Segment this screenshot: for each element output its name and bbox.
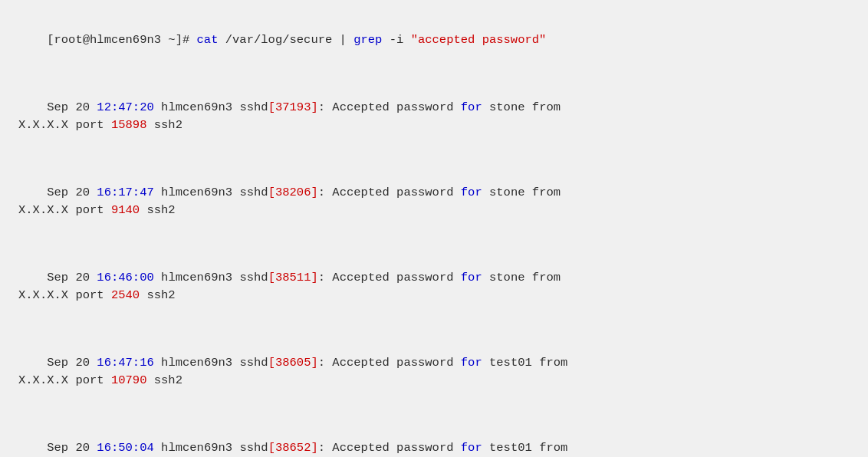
- log-entry-5: Sep 20 16:50:04 hlmcen69n3 sshd[38652]: …: [18, 422, 850, 457]
- log-user-4: test01: [482, 356, 539, 370]
- log-user-1: stone: [482, 100, 532, 114]
- log-day-3: 20: [75, 271, 90, 284]
- log-message-5: : Accepted password: [318, 441, 461, 455]
- log-day-1: 20: [75, 100, 90, 114]
- log-space-14: [90, 356, 97, 370]
- cmd-pipe: |: [332, 33, 353, 47]
- log-day-4: 20: [75, 356, 90, 370]
- log-service-3: sshd: [239, 271, 268, 284]
- log-ip-1: X.X.X.X: [18, 118, 68, 132]
- log-port-label-4: port: [68, 373, 111, 387]
- log-month-4: Sep: [47, 356, 68, 370]
- cmd-grep: grep: [353, 33, 382, 47]
- log-host-4: hlmcen69n3: [161, 356, 232, 370]
- log-message-4: : Accepted password: [318, 356, 461, 370]
- log-time-3: 16:46:00: [97, 271, 153, 284]
- log-from-3: from: [532, 271, 561, 284]
- log-ip-4: X.X.X.X: [18, 373, 68, 387]
- log-proto-2: ssh2: [140, 203, 176, 217]
- log-host-5: hlmcen69n3: [161, 441, 232, 455]
- log-month-3: Sep: [47, 271, 68, 284]
- log-day-5: 20: [75, 441, 90, 455]
- log-port-1: 15898: [111, 118, 147, 132]
- log-for-5: for: [461, 441, 482, 455]
- log-month-1: Sep: [47, 100, 68, 114]
- log-space-11: [154, 271, 161, 284]
- cmd-cat: cat: [197, 33, 219, 47]
- cmd-string: "accepted password": [411, 33, 547, 47]
- cmd-flag: -i: [382, 33, 410, 47]
- log-space-2: [90, 100, 97, 114]
- log-message-3: : Accepted password: [318, 271, 461, 284]
- log-ip-3: X.X.X.X: [18, 288, 68, 302]
- log-space-19: [154, 441, 161, 455]
- log-ip-2: X.X.X.X: [18, 203, 68, 217]
- log-message-1: : Accepted password: [318, 100, 461, 114]
- log-port-label-2: port: [68, 203, 111, 217]
- log-pid-1: [37193]: [268, 100, 318, 114]
- log-pid-5: [38652]: [268, 441, 318, 455]
- log-user-3: stone: [482, 271, 532, 284]
- log-time-5: 16:50:04: [97, 441, 153, 455]
- log-from-2: from: [532, 186, 561, 199]
- log-port-label-3: port: [68, 288, 111, 302]
- log-for-1: for: [461, 100, 482, 114]
- log-proto-4: ssh2: [146, 373, 182, 387]
- log-for-3: for: [461, 271, 482, 284]
- log-service-5: sshd: [239, 441, 268, 455]
- log-from-4: from: [539, 356, 567, 370]
- log-space-7: [154, 186, 161, 199]
- log-port-2: 9140: [111, 203, 140, 217]
- log-port-4: 10790: [111, 373, 147, 387]
- log-message-2: : Accepted password: [318, 186, 461, 199]
- log-time-1: 12:47:20: [97, 100, 153, 114]
- log-service-2: sshd: [239, 186, 268, 199]
- log-pid-3: [38511]: [268, 271, 318, 284]
- log-proto-1: ssh2: [146, 118, 182, 132]
- log-space-3: [154, 100, 161, 114]
- log-proto-3: ssh2: [140, 288, 176, 302]
- log-entry-1: Sep 20 12:47:20 hlmcen69n3 sshd[37193]: …: [18, 81, 850, 153]
- log-service-1: sshd: [239, 100, 268, 114]
- log-from-1: from: [532, 100, 561, 114]
- log-user-2: stone: [482, 186, 532, 199]
- log-pid-2: [38206]: [268, 186, 318, 199]
- log-host-3: hlmcen69n3: [161, 271, 232, 284]
- log-month-2: Sep: [47, 186, 68, 199]
- prompt: [root@hlmcen69n3 ~]#: [47, 33, 196, 47]
- log-host-2: hlmcen69n3: [161, 186, 232, 199]
- log-entry-4: Sep 20 16:47:16 hlmcen69n3 sshd[38605]: …: [18, 337, 850, 408]
- log-port-label-1: port: [68, 118, 111, 132]
- log-month-5: Sep: [47, 441, 68, 455]
- log-space-10: [90, 271, 97, 284]
- log-space-18: [90, 441, 97, 455]
- log-from-5: from: [539, 441, 567, 455]
- log-for-2: for: [461, 186, 482, 199]
- log-port-3: 2540: [111, 288, 140, 302]
- log-for-4: for: [461, 356, 482, 370]
- terminal-window: [root@hlmcen69n3 ~]# cat /var/log/secure…: [0, 0, 868, 457]
- log-user-5: test01: [482, 441, 539, 455]
- log-time-4: 16:47:16: [97, 356, 153, 370]
- cmd-path: /var/log/secure: [218, 33, 332, 47]
- log-entry-2: Sep 20 16:17:47 hlmcen69n3 sshd[38206]: …: [18, 166, 850, 238]
- log-host-1: hlmcen69n3: [161, 100, 232, 114]
- log-service-4: sshd: [239, 356, 268, 370]
- log-pid-4: [38605]: [268, 356, 318, 370]
- command-line: [root@hlmcen69n3 ~]# cat /var/log/secure…: [18, 14, 850, 67]
- log-space-15: [154, 356, 161, 370]
- log-time-2: 16:17:47: [97, 186, 153, 199]
- log-day-2: 20: [75, 186, 90, 199]
- log-space-6: [90, 186, 97, 199]
- log-entry-3: Sep 20 16:46:00 hlmcen69n3 sshd[38511]: …: [18, 252, 850, 323]
